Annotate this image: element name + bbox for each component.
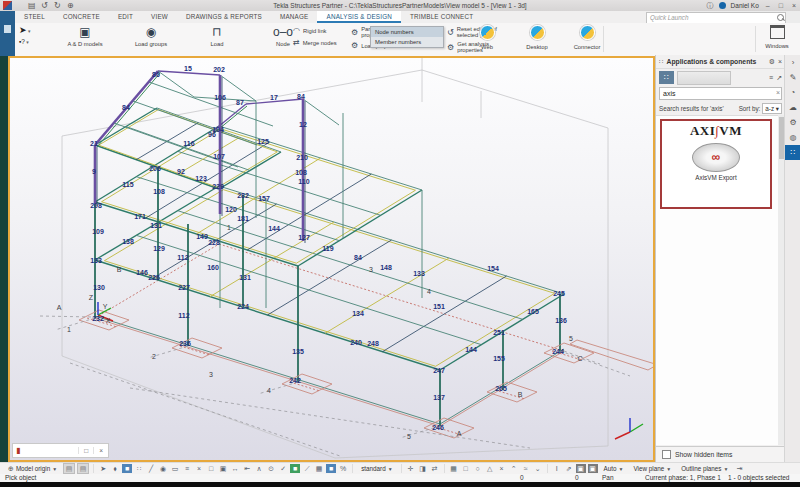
menu-item-node-numbers[interactable]: Node numbers bbox=[371, 27, 443, 37]
tab-manage[interactable]: MANAGE bbox=[271, 11, 318, 23]
dropdown-outline-planes[interactable]: Outline planes▼ bbox=[677, 464, 732, 473]
snap-icon[interactable]: ▭ bbox=[170, 464, 180, 473]
ribbon-button-rigid-link[interactable]: ◠Rigid link bbox=[293, 26, 337, 35]
snap-icon[interactable]: □ bbox=[461, 464, 471, 473]
node-number-label: 106 bbox=[214, 94, 226, 101]
expand-icon[interactable]: ↗ bbox=[776, 74, 782, 82]
trimble-web-button[interactable]: Web bbox=[470, 25, 504, 51]
side-tab-icon bbox=[4, 25, 11, 33]
snap-icon[interactable]: ∧ bbox=[254, 464, 264, 473]
snap-icon[interactable]: △ bbox=[485, 464, 495, 473]
snap-icon[interactable]: ▤ bbox=[77, 463, 89, 474]
snap-icon[interactable]: ✛ bbox=[406, 464, 416, 473]
gear-icon[interactable]: ⚙ bbox=[785, 115, 800, 130]
dropdown-view-plane[interactable]: View plane▼ bbox=[630, 464, 676, 473]
trimble-desktop-button[interactable]: Desktop bbox=[520, 25, 554, 51]
snap-icon[interactable]: ◉ bbox=[158, 464, 168, 473]
snap-icon[interactable]: I bbox=[552, 464, 562, 473]
ribbon-button-merge-nodes[interactable]: ⇄Merge nodes bbox=[293, 38, 337, 47]
dropdown-auto[interactable]: Auto▼ bbox=[600, 464, 628, 473]
trimble-connector-button[interactable]: Connector bbox=[570, 25, 604, 51]
ribbon-button-load-groups[interactable]: ◉Load groups bbox=[127, 24, 175, 47]
snap-icon[interactable]: ▦ bbox=[314, 464, 324, 473]
snap-icon[interactable]: ≈ bbox=[521, 464, 531, 473]
snap-icon[interactable]: ⇤ bbox=[242, 464, 252, 473]
snap-icon[interactable]: ⬧ bbox=[110, 464, 120, 473]
user-name[interactable]: Daniel Ko bbox=[731, 2, 759, 9]
snap-icon[interactable]: ⟋ bbox=[302, 464, 312, 473]
menu-item-member-numbers[interactable]: Member numbers bbox=[371, 37, 443, 47]
info-icon[interactable]: ⓘ bbox=[707, 1, 714, 11]
snap-icon[interactable]: ➤ bbox=[98, 464, 108, 473]
snap-icon[interactable]: ⇥ bbox=[734, 464, 744, 473]
circle-icon[interactable]: ◍ bbox=[785, 130, 800, 145]
close-icon[interactable]: × bbox=[778, 58, 782, 65]
tab-edit[interactable]: EDIT bbox=[109, 11, 142, 23]
snap-icon[interactable]: ▦ bbox=[449, 464, 459, 473]
snap-icon[interactable]: ⌃ bbox=[509, 464, 519, 473]
snap-icon[interactable]: ○ bbox=[473, 464, 483, 473]
cloud-icon[interactable]: ☁ bbox=[785, 100, 800, 115]
snap-icon[interactable]: ╱ bbox=[146, 464, 156, 473]
phase-indicator[interactable]: Current phase: 1, Phase 1 bbox=[645, 474, 721, 482]
gallery-view-icon[interactable]: ∷ bbox=[659, 71, 674, 84]
snap-icon[interactable]: ▣ bbox=[218, 464, 228, 473]
tab-view[interactable]: VIEW bbox=[142, 11, 177, 23]
snap-icon[interactable]: ⊙ bbox=[266, 464, 276, 473]
select-arrow-icon[interactable]: ➤ bbox=[19, 25, 27, 35]
snap-icon[interactable]: ✓ bbox=[278, 464, 288, 473]
minimized-view-window[interactable]: ▮ □ × bbox=[12, 443, 109, 458]
tab-drawings-reports[interactable]: DRAWINGS & REPORTS bbox=[177, 11, 271, 23]
snap-icon[interactable]: ■ bbox=[122, 464, 132, 473]
collapse-arrow-icon[interactable]: › bbox=[785, 55, 800, 70]
tab-analysis-design[interactable]: ANALYSIS & DESIGN bbox=[317, 11, 401, 23]
clock-icon[interactable]: ◔ bbox=[785, 85, 800, 100]
apps-components-icon[interactable]: ∷ bbox=[785, 145, 800, 160]
ribbon-button-a-d-models[interactable]: ▣A & D models bbox=[61, 24, 109, 47]
snap-icon[interactable]: ∷ bbox=[134, 464, 144, 473]
grid-label: Z bbox=[89, 294, 93, 301]
panel-grid-icon: ∷ bbox=[659, 58, 663, 66]
snap-icon[interactable]: ⇄ bbox=[430, 464, 440, 473]
snap-icon[interactable]: ⌄ bbox=[533, 464, 543, 473]
gear-icon[interactable]: ⚙ bbox=[769, 58, 775, 66]
minimize-button[interactable]: – bbox=[764, 0, 772, 11]
tab-trimble-connect[interactable]: TRIMBLE CONNECT bbox=[401, 11, 482, 23]
show-hidden-checkbox[interactable] bbox=[662, 450, 671, 459]
axisvm-export-item[interactable]: AXI∫VM ∞ AxisVM Export bbox=[660, 119, 772, 209]
snap-icon[interactable]: ■ bbox=[290, 464, 300, 473]
snap-icon[interactable]: ▣ bbox=[588, 464, 598, 473]
snap-icon[interactable]: ≡ bbox=[182, 464, 192, 473]
snap-icon[interactable]: % bbox=[338, 464, 348, 473]
snap-icon[interactable]: ▣ bbox=[576, 464, 586, 473]
dropdown-standard[interactable]: standard▼ bbox=[357, 464, 396, 473]
snap-icon[interactable]: ◨ bbox=[418, 464, 428, 473]
tab-concrete[interactable]: CONCRETE bbox=[54, 11, 109, 23]
snap-icon[interactable]: × bbox=[194, 464, 204, 473]
ribbon-button-load-groups-icon: ◉ bbox=[127, 24, 175, 41]
ribbon-button-load[interactable]: ⊓Load bbox=[193, 24, 241, 47]
node-number-label: 87 bbox=[236, 99, 244, 106]
model-view[interactable]: 1520286841061784871210496125211161072109… bbox=[8, 56, 655, 462]
sort-dropdown[interactable]: a-z ▾ bbox=[762, 103, 782, 114]
list-icon[interactable]: ≡ bbox=[769, 74, 773, 81]
snap-icon[interactable]: × bbox=[497, 464, 507, 473]
component-search-input[interactable]: axis bbox=[659, 87, 782, 100]
model-origin-dropdown[interactable]: ⊕Model origin▼ bbox=[4, 464, 61, 474]
maximize-button[interactable]: □ bbox=[777, 0, 785, 11]
snap-icon[interactable]: ▤ bbox=[63, 463, 75, 474]
close-icon[interactable]: × bbox=[93, 447, 108, 454]
clear-search-icon[interactable]: × bbox=[776, 89, 780, 96]
restore-icon[interactable]: □ bbox=[78, 447, 93, 454]
windows-button[interactable]: Windows bbox=[760, 25, 794, 49]
snap-icon[interactable]: ↔ bbox=[230, 464, 240, 473]
snap-icon[interactable]: □ bbox=[206, 464, 216, 473]
snap-icon[interactable]: ⇗ bbox=[564, 464, 574, 473]
tab-steel[interactable]: STEEL bbox=[15, 11, 54, 23]
side-tab-strip[interactable] bbox=[0, 11, 15, 56]
node-number-label: 148 bbox=[380, 264, 392, 271]
pen-icon[interactable]: ✎ bbox=[785, 70, 800, 85]
snap-icon[interactable]: ■ bbox=[326, 464, 336, 473]
selection-tools[interactable]: ➤ ▾ ▪? ▾ bbox=[19, 25, 47, 54]
close-button[interactable]: × bbox=[790, 0, 798, 11]
